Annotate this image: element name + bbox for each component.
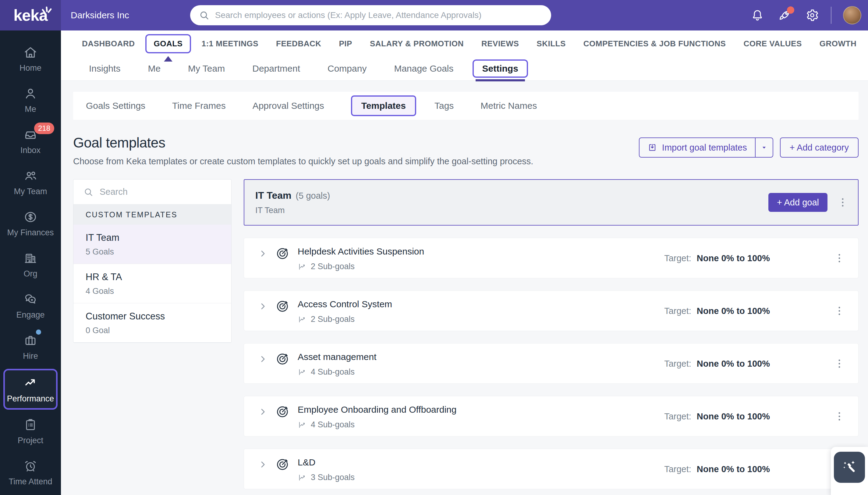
nav-item-core-values[interactable]: CORE VALUES (734, 39, 811, 49)
sidebar-item-home[interactable]: Home (0, 38, 61, 80)
goal-kebab-menu-icon[interactable] (833, 410, 846, 423)
add-goal-button[interactable]: + Add goal (768, 193, 828, 212)
subnav-item-department[interactable]: Department (238, 63, 314, 74)
settings-tab-tags[interactable]: Tags (435, 101, 454, 111)
goal-row-asset-management[interactable]: Asset management 4 Sub-goals Target: Non… (244, 343, 858, 384)
sidebar-item-performance[interactable]: Performance (3, 369, 57, 410)
inbox-count-badge: 218 (34, 122, 54, 134)
content: Goals Settings Time Frames Approval Sett… (61, 81, 868, 495)
subnav-item-me[interactable]: Me (134, 63, 174, 74)
topbar-actions (750, 6, 861, 24)
nav-item-1-1-meetings[interactable]: 1:1 MEETINGS (193, 39, 267, 49)
nav-item-reviews[interactable]: REVIEWS (473, 39, 528, 49)
nav-item-skills[interactable]: SKILLS (528, 39, 574, 49)
goal-row-l-d[interactable]: L&D 3 Sub-goals Target: None 0% to 100% (244, 449, 858, 489)
template-item-customer-success[interactable]: Customer Success 0 Goal (73, 303, 231, 343)
gear-icon[interactable] (805, 8, 819, 22)
target-label: Target: (664, 253, 691, 263)
avatar[interactable] (843, 6, 861, 24)
subnav-item-my-team[interactable]: My Team (174, 63, 238, 74)
category-actions: + Add goal (768, 193, 849, 212)
nav-item-growth[interactable]: GROWTH (811, 39, 865, 49)
sidebar-item-label: Performance (7, 394, 54, 404)
settings-tab-approval-settings[interactable]: Approval Settings (252, 101, 324, 111)
chevron-right-icon[interactable] (258, 302, 268, 311)
sidebar-item-org[interactable]: Org (0, 244, 61, 285)
sidebar-item-label: Hire (23, 352, 38, 361)
sidebar-item-engage[interactable]: Engage (0, 285, 61, 326)
clipboard-icon (23, 417, 38, 432)
rocket-button[interactable] (778, 8, 792, 22)
goals-subnav: Insights Me My Team Department Company M… (61, 57, 868, 81)
sidebar-item-me[interactable]: Me (0, 80, 61, 121)
topbar: keka Darksiders Inc (0, 0, 868, 31)
target-value: None 0% to 100% (697, 358, 770, 368)
import-dropdown-toggle[interactable] (755, 138, 773, 157)
goal-text: Asset management 4 Sub-goals (298, 352, 376, 377)
import-goal-templates-button[interactable]: Import goal templates (639, 137, 773, 158)
goal-target-icon (275, 405, 290, 419)
subgoals-count: 4 Sub-goals (311, 367, 355, 377)
chevron-right-icon[interactable] (258, 249, 268, 258)
sidebar-item-time-attend[interactable]: Time Attend (0, 452, 61, 493)
nav-item-reports[interactable]: REPORTS (865, 39, 868, 49)
page-title: Goal templates (73, 134, 533, 151)
sidebar-item-hire[interactable]: Hire (0, 326, 61, 368)
sidebar-item-label: Home (19, 63, 41, 73)
bell-icon[interactable] (750, 8, 764, 22)
sidebar-item-my-team[interactable]: My Team (0, 162, 61, 203)
sidebar-item-project[interactable]: Project (0, 411, 61, 452)
goal-row-employee-onboarding-and-offboarding[interactable]: Employee Onboarding and Offboarding 4 Su… (244, 396, 858, 437)
target-value: None 0% to 100% (697, 306, 770, 315)
chevron-right-icon[interactable] (258, 354, 268, 364)
nav-item-competencies-job-functions[interactable]: COMPETENCIES & JOB FUNCTIONS (574, 39, 735, 49)
settings-tab-goals-settings[interactable]: Goals Settings (86, 101, 145, 111)
sidebar-item-label: Time Attend (8, 477, 52, 487)
goal-target-text: Target: None 0% to 100% (664, 253, 770, 263)
settings-tabs: Goals Settings Time Frames Approval Sett… (73, 92, 858, 120)
goal-row-access-control-system[interactable]: Access Control System 2 Sub-goals Target… (244, 290, 858, 331)
goal-kebab-menu-icon[interactable] (833, 305, 846, 317)
template-item-it-team[interactable]: IT Team 5 Goals (73, 225, 231, 264)
subnav-item-manage-goals[interactable]: Manage Goals (380, 63, 467, 74)
category-kebab-menu-icon[interactable] (837, 196, 849, 208)
chevron-right-icon[interactable] (258, 407, 268, 417)
category-goal-count: (5 goals) (296, 191, 330, 201)
sidebar-item-inbox[interactable]: 218 Inbox (0, 121, 61, 162)
nav-item-feedback[interactable]: FEEDBACK (267, 39, 330, 49)
nav-item-pip[interactable]: PIP (330, 39, 361, 49)
goal-row-helpdesk-activities-suspension[interactable]: Helpdesk Activities Suspension 2 Sub-goa… (244, 238, 858, 278)
sidebar-item-my-finances[interactable]: My Finances (0, 203, 61, 244)
sidebar-item-label: Engage (16, 310, 45, 320)
subgoals-count: 2 Sub-goals (311, 262, 355, 271)
global-search[interactable] (190, 5, 551, 25)
settings-tab-templates[interactable]: Templates (351, 96, 416, 116)
add-category-button[interactable]: + Add category (780, 137, 858, 158)
global-search-input[interactable] (215, 10, 543, 20)
nav-item-salary-promotion[interactable]: SALARY & PROMOTION (361, 39, 473, 49)
subnav-item-company[interactable]: Company (314, 63, 380, 74)
target-value: None 0% to 100% (697, 253, 770, 263)
keka-logo[interactable]: keka (0, 0, 61, 31)
goal-kebab-menu-icon[interactable] (833, 252, 846, 264)
magic-wand-icon (840, 458, 858, 476)
magic-wand-button[interactable] (834, 452, 865, 483)
engage-icon (23, 292, 38, 307)
goal-kebab-menu-icon[interactable] (833, 358, 846, 370)
subnav-item-settings[interactable]: Settings (473, 59, 528, 78)
briefcase-icon (23, 333, 38, 348)
nav-item-dashboard[interactable]: DASHBOARD (73, 39, 144, 49)
goal-title: Employee Onboarding and Offboarding (298, 405, 456, 415)
template-name: Customer Success (86, 311, 219, 322)
settings-tab-time-frames[interactable]: Time Frames (172, 101, 226, 111)
settings-tab-metric-names[interactable]: Metric Names (480, 101, 537, 111)
templates-search-input[interactable] (100, 187, 222, 197)
template-item-hr-ta[interactable]: HR & TA 4 Goals (73, 264, 231, 303)
sidebar-item-label: Project (18, 436, 43, 445)
goal-title: L&D (298, 457, 355, 467)
nav-item-goals[interactable]: GOALS (145, 34, 191, 53)
subnav-item-insights[interactable]: Insights (75, 63, 134, 74)
topbar-divider (831, 7, 831, 24)
chevron-right-icon[interactable] (258, 460, 268, 470)
templates-search[interactable] (73, 180, 231, 205)
